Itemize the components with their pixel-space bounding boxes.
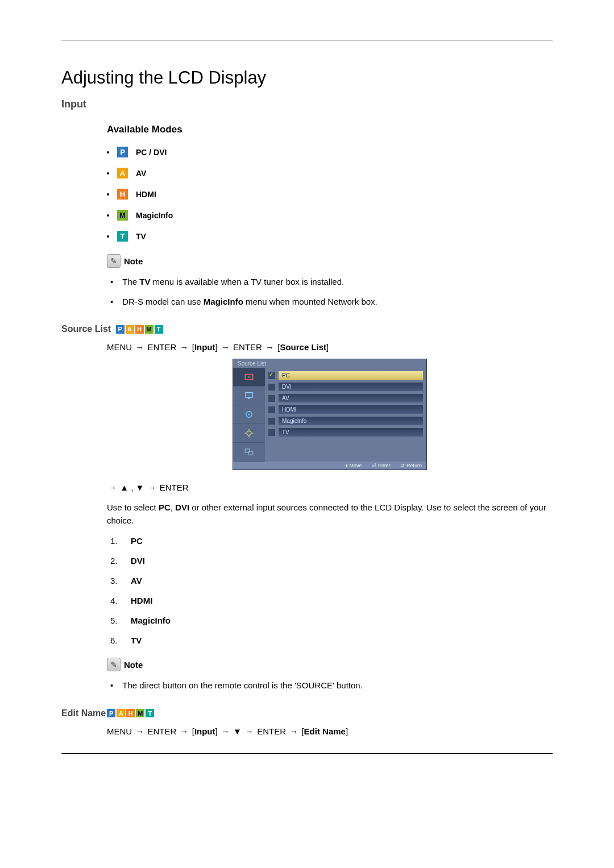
- badge-h-icon: H: [135, 325, 144, 334]
- arrow-icon: →: [148, 483, 156, 492]
- osd-item-label: PC: [279, 371, 423, 380]
- note-list-2: The direct button on the remote control …: [107, 679, 553, 692]
- item-label: MagicInfo: [131, 616, 171, 625]
- note-label: Note: [124, 256, 143, 266]
- available-modes-heading: Available Modes: [107, 124, 553, 135]
- text: Use to select: [107, 502, 159, 512]
- osd-check-icon: [268, 395, 275, 402]
- badge-t-icon: T: [155, 325, 163, 334]
- svg-rect-2: [246, 393, 252, 397]
- bracket: ]: [346, 726, 348, 736]
- bullet-icon: [107, 235, 109, 238]
- list-item: DVI: [107, 556, 553, 566]
- up-arrow-icon: ▲: [120, 483, 128, 492]
- arrow-icon: →: [265, 342, 274, 352]
- note-item: The direct button on the remote control …: [107, 679, 553, 692]
- badge-m-icon: M: [136, 709, 144, 717]
- item-label: AV: [131, 576, 142, 585]
- mode-label: TV: [136, 232, 146, 241]
- text: DR-S model can use: [122, 297, 204, 306]
- mode-item-hdmi: H HDMI: [107, 189, 553, 200]
- osd-multi-icon: [233, 443, 265, 462]
- mode-item-magicinfo: M MagicInfo: [107, 210, 553, 221]
- arrow-instructions: → ▲ , ▼ → ENTER: [107, 483, 553, 492]
- arrow-icon: →: [245, 726, 254, 736]
- bullet-icon: [107, 151, 109, 153]
- osd-foot-move: ♦ Move: [345, 463, 362, 468]
- path-menu: MENU: [107, 342, 132, 352]
- down-arrow-icon: ▼: [233, 726, 242, 736]
- osd-check-icon: [268, 406, 275, 413]
- osd-item-label: MagicInfo: [279, 417, 423, 425]
- osd-row-tv: TV: [268, 428, 423, 437]
- badge-m-icon: M: [117, 210, 128, 221]
- path-input-bold: Input: [194, 726, 215, 736]
- path-input-bold: Input: [194, 342, 215, 352]
- osd-title: Source List: [233, 359, 426, 368]
- mode-label: AV: [136, 169, 146, 178]
- osd-main: PC DVI AV HDMI MagicInfo TV: [265, 368, 426, 462]
- arrow-icon: →: [180, 726, 189, 736]
- arrow-icon: →: [221, 342, 230, 352]
- path-enter: ENTER: [148, 726, 177, 736]
- note-callout: ✎ Note: [107, 658, 553, 671]
- note-list-1: The TV menu is available when a TV tuner…: [107, 276, 553, 308]
- item-label: DVI: [131, 556, 145, 566]
- osd-row-pc: PC: [268, 371, 423, 380]
- list-item: PC: [107, 536, 553, 546]
- badge-a-icon: A: [117, 168, 128, 178]
- osd-sound-icon: [233, 405, 265, 424]
- arrow-icon: →: [135, 726, 144, 736]
- source-list-description: Use to select PC, DVI or other external …: [107, 501, 553, 527]
- osd-row-hdmi: HDMI: [268, 405, 423, 414]
- badge-a-icon: A: [126, 325, 134, 334]
- osd-foot-enter: ⏎ Enter: [372, 463, 390, 468]
- path-edit-bold: Edit Name: [304, 726, 346, 736]
- note-icon: ✎: [107, 254, 121, 268]
- text: The direct button on the remote control …: [122, 679, 363, 692]
- list-item: MagicInfo: [107, 616, 553, 625]
- osd-item-label: HDMI: [279, 405, 423, 414]
- menu-path-1: MENU → ENTER → [Input] → ENTER → [Source…: [107, 342, 553, 352]
- svg-point-1: [248, 376, 250, 378]
- source-list-heading: Source List P A H M T: [61, 324, 553, 334]
- text-bold: MagicInfo: [204, 297, 243, 306]
- osd-picture-icon: [233, 387, 265, 405]
- bullet-icon: [107, 172, 109, 175]
- source-numbered-list: PC DVI AV HDMI MagicInfo TV: [107, 536, 553, 645]
- osd-check-icon: [268, 429, 275, 436]
- item-label: HDMI: [131, 596, 152, 605]
- bullet-icon: [107, 193, 109, 196]
- svg-rect-3: [248, 398, 251, 400]
- badge-h-icon: H: [126, 709, 135, 717]
- section-input-heading: Input: [61, 98, 553, 110]
- path-enter: ENTER: [257, 726, 286, 736]
- bracket: ]: [215, 342, 218, 352]
- item-label: TV: [131, 636, 142, 645]
- heading-text: Edit Name: [61, 708, 106, 719]
- osd-footer: ♦ Move ⏎ Enter ↺ Return: [233, 462, 426, 470]
- osd-item-label: TV: [279, 428, 423, 437]
- mode-item-pc: P PC / DVI: [107, 147, 553, 157]
- text-bold: TV: [139, 277, 150, 286]
- note-icon: ✎: [107, 658, 121, 671]
- enter-text: ENTER: [160, 483, 189, 492]
- osd-setup-icon: [233, 424, 265, 443]
- arrow-icon: →: [289, 726, 298, 736]
- badge-m-icon: M: [145, 325, 154, 334]
- path-source-bold: Source List: [280, 342, 326, 352]
- badge-p-icon: P: [116, 325, 125, 334]
- list-item: TV: [107, 636, 553, 645]
- note-item: DR-S model can use MagicInfo menu when m…: [107, 296, 553, 309]
- badge-h-icon: H: [117, 189, 128, 200]
- svg-point-6: [247, 431, 251, 435]
- osd-screenshot: Source List PC DVI AV HDMI MagicInfo TV: [233, 359, 427, 470]
- osd-check-icon: [268, 384, 275, 391]
- text: The: [122, 277, 139, 286]
- arrow-icon: →: [135, 342, 144, 352]
- mode-label: MagicInfo: [136, 211, 173, 220]
- mode-label: HDMI: [136, 190, 156, 199]
- path-enter: ENTER: [148, 342, 177, 352]
- mode-item-av: A AV: [107, 168, 553, 178]
- mode-label: PC / DVI: [136, 148, 167, 157]
